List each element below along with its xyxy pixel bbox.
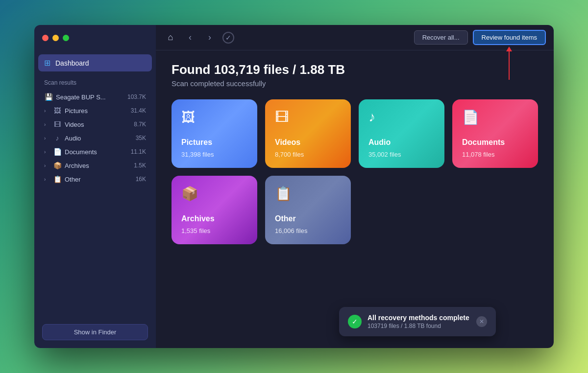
documents-card-icon: 📄 <box>462 109 528 125</box>
sidebar-audio-count: 35K <box>136 135 146 141</box>
toast-notification: ✓ All recovery methods complete 103719 f… <box>339 307 496 336</box>
sidebar-item-audio[interactable]: › ♪ Audio 35K <box>38 131 152 145</box>
review-found-items-button[interactable]: Review found items <box>473 30 546 45</box>
videos-card-name: Videos <box>275 138 341 147</box>
sidebar-archives-count: 1.5K <box>134 162 146 169</box>
documents-card-count: 11,078 files <box>462 151 528 158</box>
audio-icon: ♪ <box>53 134 62 142</box>
sidebar-footer: Show in Finder <box>34 316 156 348</box>
category-card-documents[interactable]: 📄 Documents 11,078 files <box>452 99 538 168</box>
check-circle-icon[interactable]: ✓ <box>222 32 234 44</box>
category-card-archives[interactable]: 📦 Archives 1,535 files <box>172 176 257 244</box>
recover-all-button[interactable]: Recover all... <box>414 30 468 45</box>
sidebar-item-archives[interactable]: › 📦 Archives 1.5K <box>38 159 152 172</box>
sidebar-pictures-count: 31.4K <box>131 107 146 114</box>
documents-card-name: Documents <box>462 138 528 147</box>
other-card-name: Other <box>275 214 341 223</box>
sidebar-audio-name: Audio <box>65 135 133 142</box>
chevron-icon: › <box>44 136 50 141</box>
sidebar-item-dashboard[interactable]: ⊞ Dashboard <box>38 54 152 71</box>
scan-status: Scan completed successfully <box>172 79 538 88</box>
category-card-pictures[interactable]: 🖼 Pictures 31,398 files <box>172 99 257 168</box>
sidebar-documents-name: Documents <box>65 148 128 156</box>
drive-icon: 💾 <box>44 93 53 101</box>
archives-card-icon: 📦 <box>181 186 247 202</box>
topbar: ⌂ ‹ › ✓ Recover all... Review found item… <box>156 25 554 50</box>
pictures-card-count: 31,398 files <box>181 151 247 158</box>
sidebar: ⊞ Dashboard Scan results 💾 Seagate BUP S… <box>34 25 156 348</box>
sidebar-videos-name: Videos <box>65 121 131 128</box>
videos-card-icon: 🎞 <box>275 109 341 125</box>
sidebar-other-count: 16K <box>136 176 146 183</box>
toast-title: All recovery methods complete <box>368 314 470 322</box>
archives-card-count: 1,535 files <box>181 227 247 234</box>
scan-results-heading: Scan results <box>38 79 152 90</box>
pictures-icon: 🖼 <box>53 107 62 115</box>
dashboard-label: Dashboard <box>55 59 89 67</box>
sidebar-item-seagate[interactable]: 💾 Seagate BUP S... 103.7K <box>38 90 152 104</box>
main-content: ⌂ ‹ › ✓ Recover all... Review found item… <box>156 25 554 348</box>
other-card-count: 16,006 files <box>275 227 341 234</box>
other-icon: 📋 <box>53 175 62 183</box>
sidebar-item-documents[interactable]: › 📄 Documents 11.1K <box>38 145 152 159</box>
other-card-icon: 📋 <box>275 186 341 202</box>
videos-card-count: 8,700 files <box>275 151 341 158</box>
toast-check-icon: ✓ <box>348 315 362 328</box>
category-card-audio[interactable]: ♪ Audio 35,002 files <box>359 99 444 168</box>
pictures-card-name: Pictures <box>181 138 247 147</box>
sidebar-other-name: Other <box>65 176 133 183</box>
main-window: ⊞ Dashboard Scan results 💾 Seagate BUP S… <box>34 25 554 348</box>
chevron-icon: › <box>44 122 50 127</box>
titlebar <box>34 25 156 50</box>
chevron-icon: › <box>44 177 50 182</box>
chevron-icon: › <box>44 149 50 155</box>
audio-card-icon: ♪ <box>368 109 435 125</box>
documents-icon: 📄 <box>53 148 62 156</box>
chevron-icon: › <box>44 108 50 114</box>
sidebar-item-other[interactable]: › 📋 Other 16K <box>38 172 152 186</box>
audio-card-count: 35,002 files <box>368 151 435 158</box>
videos-icon: 🎞 <box>53 120 62 128</box>
pictures-card-icon: 🖼 <box>181 109 247 125</box>
categories-grid-bottom: 📦 Archives 1,535 files 📋 Other 16,006 fi… <box>172 176 538 244</box>
toast-close-button[interactable]: ✕ <box>476 316 487 327</box>
show-in-finder-button[interactable]: Show in Finder <box>42 324 148 340</box>
back-icon[interactable]: ‹ <box>183 32 197 43</box>
minimize-button[interactable] <box>52 35 59 41</box>
sidebar-nav: ⊞ Dashboard Scan results 💾 Seagate BUP S… <box>34 50 156 190</box>
content-area: Found 103,719 files / 1.88 TB Scan compl… <box>156 50 554 348</box>
sidebar-videos-count: 8.7K <box>134 121 146 128</box>
topbar-actions: Recover all... Review found items <box>414 30 546 45</box>
audio-card-name: Audio <box>368 138 435 147</box>
toast-text: All recovery methods complete 103719 fil… <box>368 314 470 329</box>
archives-card-name: Archives <box>181 214 247 223</box>
sidebar-archives-name: Archives <box>65 162 131 169</box>
home-icon[interactable]: ⌂ <box>164 32 177 43</box>
arrow-annotation <box>509 50 510 80</box>
found-title: Found 103,719 files / 1.88 TB <box>172 62 538 77</box>
toast-subtitle: 103719 files / 1.88 TB found <box>368 323 470 329</box>
sidebar-seagate-count: 103.7K <box>127 93 146 100</box>
sidebar-seagate-name: Seagate BUP S... <box>56 93 124 101</box>
chevron-icon: › <box>44 163 50 168</box>
sidebar-documents-count: 11.1K <box>131 148 146 155</box>
close-button[interactable] <box>42 35 49 41</box>
category-card-videos[interactable]: 🎞 Videos 8,700 files <box>265 99 351 168</box>
grid-icon: ⊞ <box>44 58 50 68</box>
content-header: Found 103,719 files / 1.88 TB Scan compl… <box>172 62 538 88</box>
categories-grid: 🖼 Pictures 31,398 files 🎞 Videos 8,700 f… <box>172 99 538 168</box>
forward-icon[interactable]: › <box>203 32 217 43</box>
sidebar-item-videos[interactable]: › 🎞 Videos 8.7K <box>38 117 152 131</box>
category-card-other[interactable]: 📋 Other 16,006 files <box>265 176 351 244</box>
sidebar-item-pictures[interactable]: › 🖼 Pictures 31.4K <box>38 104 152 117</box>
archives-icon: 📦 <box>53 162 62 169</box>
maximize-button[interactable] <box>63 35 69 41</box>
sidebar-pictures-name: Pictures <box>65 107 128 115</box>
